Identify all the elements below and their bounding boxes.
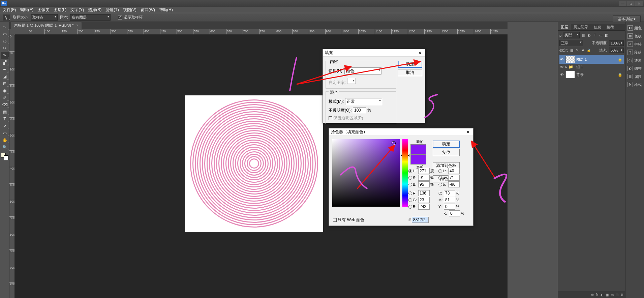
color-field-picker[interactable] bbox=[392, 142, 395, 145]
maximize-button[interactable]: □ bbox=[627, 1, 635, 6]
color-mode-radio[interactable] bbox=[408, 205, 412, 209]
fill-value[interactable]: 50% bbox=[609, 48, 624, 53]
panel-tab[interactable]: 历史记录 bbox=[571, 24, 591, 30]
panel-tab[interactable]: 信息 bbox=[591, 24, 604, 30]
layer-footer-icon[interactable]: ▣ bbox=[606, 293, 609, 297]
tool-button[interactable]: ▞ bbox=[1, 59, 9, 66]
color-mode-radio[interactable] bbox=[438, 169, 442, 173]
fill-mode-select[interactable]: 正常 bbox=[345, 98, 382, 105]
tool-button[interactable]: 🔍 bbox=[1, 144, 9, 151]
lock-icons[interactable]: ▦ ✎ ✥ 🔒 bbox=[569, 48, 591, 53]
tool-button[interactable]: ▭ bbox=[1, 31, 9, 37]
dock-icon-字符[interactable]: A字符 bbox=[625, 40, 644, 48]
panel-tab[interactable]: 图层 bbox=[558, 24, 571, 30]
color-mode-radio[interactable] bbox=[408, 198, 412, 202]
minimize-button[interactable]: — bbox=[619, 1, 626, 6]
document-tab-close-icon[interactable]: × bbox=[76, 24, 78, 27]
tool-button[interactable]: ✂ bbox=[1, 45, 9, 52]
color-field-input[interactable] bbox=[444, 204, 455, 210]
color-field-input[interactable] bbox=[418, 175, 430, 181]
lock-position-icon[interactable]: ✥ bbox=[581, 48, 585, 53]
filter-type-icon[interactable]: T bbox=[592, 33, 597, 38]
color-field-input[interactable] bbox=[448, 181, 460, 187]
layer-footer-icon[interactable]: ⊞ bbox=[616, 293, 618, 297]
tool-button[interactable]: ✎ bbox=[1, 52, 9, 59]
dock-icon-属性[interactable]: ☰属性 bbox=[625, 72, 644, 81]
color-picker-dialog[interactable]: 拾色器（填充颜色） ✕ 新的 当前 ⚠ 确定 复位 添加到色板 颜色库 H: bbox=[329, 128, 473, 226]
tool-button[interactable]: T bbox=[1, 116, 9, 122]
color-field-input[interactable] bbox=[448, 175, 460, 181]
menu-item[interactable]: 图层(L) bbox=[54, 7, 67, 13]
color-mode-radio[interactable] bbox=[438, 176, 442, 180]
dock-icon-样式[interactable]: fx样式 bbox=[625, 81, 644, 89]
filter-smart-icon[interactable]: ◧ bbox=[604, 33, 609, 38]
layer-row[interactable]: 👁图层 1🔒 bbox=[559, 55, 624, 64]
layer-footer-icon[interactable]: ▭ bbox=[611, 293, 614, 297]
current-tool-icon[interactable] bbox=[3, 14, 10, 21]
tool-button[interactable]: ▤ bbox=[1, 109, 9, 115]
visibility-icon[interactable]: 👁 bbox=[559, 72, 564, 77]
background-swatch[interactable] bbox=[4, 155, 8, 160]
tool-button[interactable]: ⊟ bbox=[1, 80, 9, 87]
layer-footer-icon[interactable]: 🗑 bbox=[620, 293, 624, 297]
menu-item[interactable]: 选择(S) bbox=[88, 7, 101, 13]
menu-item[interactable]: 视图(V) bbox=[123, 7, 136, 13]
close-button[interactable]: ✕ bbox=[635, 1, 643, 6]
tool-button[interactable]: ↖ bbox=[1, 24, 9, 30]
tool-button[interactable]: ✒ bbox=[1, 66, 9, 73]
document-canvas[interactable] bbox=[185, 95, 323, 232]
hue-slider[interactable] bbox=[402, 139, 408, 207]
lock-all-icon[interactable]: 🔒 bbox=[586, 48, 591, 53]
picker-reset-button[interactable]: 复位 bbox=[433, 149, 460, 156]
visibility-icon[interactable]: 👁 bbox=[559, 65, 564, 69]
color-mode-radio[interactable] bbox=[438, 183, 442, 186]
dock-icon-调整[interactable]: ◐调整 bbox=[625, 64, 644, 72]
sample-size-select[interactable]: 取样点 bbox=[31, 14, 58, 21]
layer-row[interactable]: 👁背景🔒 bbox=[559, 70, 624, 79]
color-field-input[interactable] bbox=[418, 197, 430, 203]
color-mode-radio[interactable] bbox=[408, 191, 412, 195]
lock-transparent-icon[interactable]: ▦ bbox=[569, 48, 574, 53]
tool-button[interactable]: ◉ bbox=[1, 87, 9, 94]
color-picker-title-bar[interactable]: 拾色器（填充颜色） ✕ bbox=[329, 128, 473, 136]
menu-item[interactable]: 编辑(E) bbox=[20, 7, 33, 13]
layer-footer-icon[interactable]: fx bbox=[596, 293, 599, 297]
dock-icon-段落[interactable]: ¶段落 bbox=[625, 48, 644, 56]
fill-ok-button[interactable]: 确定 bbox=[398, 61, 422, 68]
tool-button[interactable]: ↗ bbox=[1, 123, 9, 129]
color-field-input[interactable] bbox=[418, 181, 430, 187]
document-tab[interactable]: 未标题-1 @ 100% (图层 1, RGB/8) * × bbox=[11, 22, 82, 29]
fill-opacity-input[interactable] bbox=[353, 107, 366, 113]
menu-item[interactable]: 帮助(H) bbox=[159, 7, 173, 13]
filter-pixel-icon[interactable]: ▦ bbox=[581, 33, 586, 38]
tool-button[interactable]: ▭ bbox=[1, 130, 9, 137]
filter-shape-icon[interactable]: ▭ bbox=[598, 33, 603, 38]
color-picker-close-icon[interactable]: ✕ bbox=[465, 130, 471, 135]
layer-footer-icon[interactable]: ◐ bbox=[601, 293, 604, 297]
fill-dialog-title-bar[interactable]: 填充 ✕ bbox=[323, 49, 425, 57]
fill-dialog[interactable]: 填充 ✕ 确定 取消 内容 使用(U): 颜色... 自定图案: 混合 模式(M… bbox=[323, 49, 425, 123]
fill-dialog-close-icon[interactable]: ✕ bbox=[417, 51, 423, 55]
menu-item[interactable]: 图像(I) bbox=[37, 7, 49, 13]
hex-input[interactable] bbox=[412, 217, 429, 223]
dock-icon-通道[interactable]: ◯通道 bbox=[625, 56, 644, 64]
dock-icon-颜色[interactable]: ◧颜色 bbox=[625, 24, 644, 32]
blend-mode-select[interactable]: 正常 bbox=[559, 40, 583, 46]
tool-button[interactable]: ✐ bbox=[1, 94, 9, 101]
color-field[interactable] bbox=[332, 139, 400, 207]
layer-filter-icons[interactable]: ▦ ◐ T ▭ ◧ bbox=[581, 33, 609, 38]
fill-cancel-button[interactable]: 取消 bbox=[398, 69, 422, 76]
color-field-input[interactable] bbox=[449, 210, 460, 216]
color-field-input[interactable] bbox=[448, 168, 460, 174]
show-ring-checkbox[interactable] bbox=[118, 16, 122, 20]
color-mode-radio[interactable] bbox=[408, 169, 412, 173]
tool-button[interactable]: ◌ bbox=[1, 38, 9, 44]
visibility-icon[interactable]: 👁 bbox=[559, 57, 564, 61]
tool-button[interactable]: ⌫ bbox=[1, 101, 9, 108]
tool-button[interactable]: ✋ bbox=[1, 137, 9, 144]
picker-ok-button[interactable]: 确定 bbox=[433, 141, 460, 148]
menu-item[interactable]: 滤镜(T) bbox=[105, 7, 119, 13]
color-field-input[interactable] bbox=[418, 168, 430, 174]
layer-kind-select[interactable]: 类型 bbox=[563, 32, 580, 38]
layer-footer-icon[interactable]: ⊕ bbox=[591, 293, 594, 297]
